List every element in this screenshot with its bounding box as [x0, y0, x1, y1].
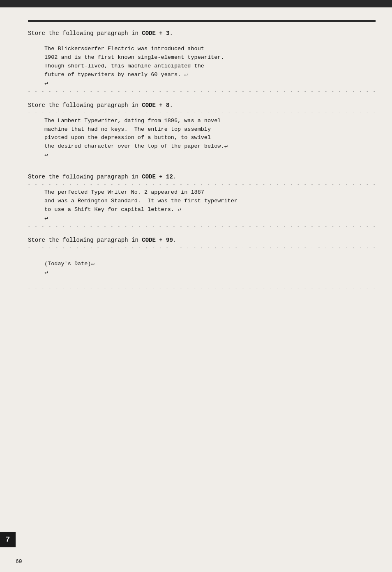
- instruction-4: Store the following paragraph in CODE + …: [28, 237, 376, 243]
- instruction-1: Store the following paragraph in CODE + …: [28, 30, 376, 37]
- separator-line-2a: - - - - - - - - - - - - - - - - - - - - …: [28, 111, 376, 115]
- page-number-badge: 7: [0, 532, 16, 547]
- left-sidebar: 7: [0, 7, 16, 572]
- separator-line-1b: - - - - - - - - - - - - - - - - - - - - …: [28, 90, 376, 94]
- paragraph-text-1: The Blickersderfer Electric was introduc…: [44, 45, 367, 88]
- paragraph-content-3: The perfected Type Writer No. 2 appeared…: [44, 188, 367, 223]
- paragraph-text-4: (Today's Date)↵ ↵: [44, 260, 367, 277]
- instruction-2: Store the following paragraph in CODE + …: [28, 102, 376, 109]
- section-2: Store the following paragraph in CODE + …: [28, 102, 376, 166]
- separator-line-4b: - - - - - - - - - - - - - - - - - - - - …: [28, 287, 376, 291]
- separator-line-3b: - - - - - - - - - - - - - - - - - - - - …: [28, 225, 376, 229]
- separator-line-3a: - - - - - - - - - - - - - - - - - - - - …: [28, 183, 376, 187]
- bottom-page-number: 60: [16, 558, 22, 565]
- paragraph-content-1: The Blickersderfer Electric was introduc…: [44, 45, 367, 88]
- paragraph-content-2: The Lambert Typewriter, dating from 1896…: [44, 117, 367, 160]
- page: 7 Store the following paragraph in CODE …: [0, 0, 392, 572]
- section-3: Store the following paragraph in CODE + …: [28, 174, 376, 229]
- paragraph-text-2: The Lambert Typewriter, dating from 1896…: [44, 117, 367, 160]
- paragraph-text-3: The perfected Type Writer No. 2 appeared…: [44, 188, 367, 223]
- paragraph-content-4: (Today's Date)↵ ↵: [44, 252, 367, 285]
- section-1: Store the following paragraph in CODE + …: [28, 30, 376, 94]
- section-4: Store the following paragraph in CODE + …: [28, 237, 376, 291]
- instruction-3: Store the following paragraph in CODE + …: [28, 174, 376, 180]
- separator-line-2b: - - - - - - - - - - - - - - - - - - - - …: [28, 161, 376, 165]
- separator-line-1a: - - - - - - - - - - - - - - - - - - - - …: [28, 39, 376, 43]
- top-bar: [0, 0, 392, 7]
- separator-line-4a: - · - · - · - · - · - · - · - · - · - · …: [28, 246, 376, 250]
- content-area: Store the following paragraph in CODE + …: [16, 7, 392, 572]
- top-border: [28, 20, 376, 22]
